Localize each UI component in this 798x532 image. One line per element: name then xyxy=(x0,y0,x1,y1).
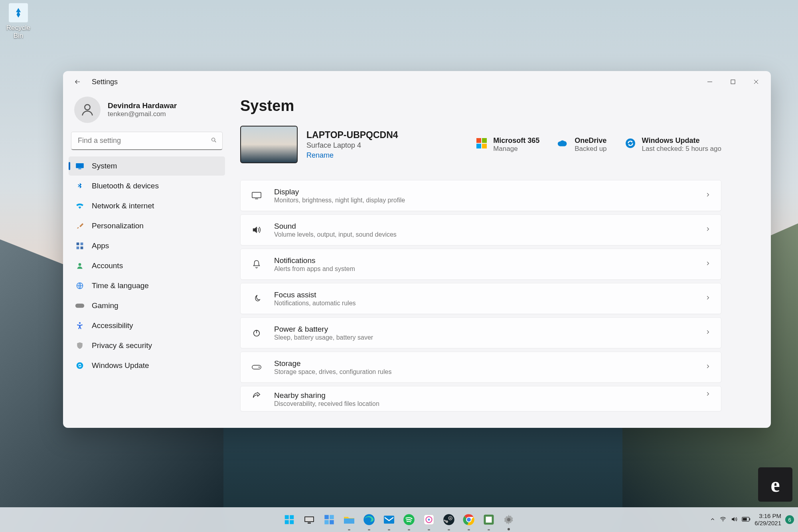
nav-item-label: Time & language xyxy=(92,281,149,290)
volume-icon[interactable] xyxy=(731,516,738,524)
svg-rect-22 xyxy=(290,520,294,524)
nav-item-label: Accounts xyxy=(92,261,123,270)
card-sub: Sleep, battery usage, battery saver xyxy=(274,334,373,341)
card-notifications[interactable]: NotificationsAlerts from apps and system xyxy=(240,249,721,280)
svg-rect-8 xyxy=(81,247,83,249)
card-nearby-sharing[interactable]: Nearby sharingDiscoverability, received … xyxy=(240,386,721,411)
shield-icon xyxy=(75,341,85,350)
nav-item-personalization[interactable]: Personalization xyxy=(69,216,225,235)
chevron-right-icon xyxy=(705,192,711,199)
nav-item-label: Apps xyxy=(92,241,109,250)
chevron-right-icon xyxy=(705,261,711,268)
taskbar: 3:16 PM 6/29/2021 6 xyxy=(0,507,798,532)
search-input[interactable] xyxy=(71,132,223,150)
taskbar-steam[interactable] xyxy=(440,511,457,528)
taskbar-widgets[interactable] xyxy=(321,511,338,528)
bluetooth-icon xyxy=(75,181,85,191)
taskbar-chrome[interactable] xyxy=(460,511,477,528)
taskbar-app1[interactable] xyxy=(421,511,437,528)
nav-list: SystemBluetooth & devicesNetwork & inter… xyxy=(69,156,225,375)
accessibility-icon xyxy=(75,321,85,330)
svg-rect-47 xyxy=(743,518,747,520)
card-focus-assist[interactable]: Focus assistNotifications, automatic rul… xyxy=(240,283,721,314)
taskbar-explorer[interactable] xyxy=(341,511,358,528)
nav-item-bluetooth-devices[interactable]: Bluetooth & devices xyxy=(69,176,225,196)
nav-item-privacy-security[interactable]: Privacy & security xyxy=(69,336,225,355)
svg-rect-3 xyxy=(76,163,84,168)
profile-block[interactable]: Devindra Hardawar tenken@gmail.com xyxy=(69,93,225,132)
notification-badge[interactable]: 6 xyxy=(785,515,794,524)
taskbar-start[interactable] xyxy=(281,511,298,528)
back-button[interactable] xyxy=(70,75,85,89)
taskbar-edge[interactable] xyxy=(361,511,377,528)
chevron-right-icon xyxy=(705,295,711,302)
power-icon xyxy=(251,328,262,337)
svg-point-45 xyxy=(723,520,723,521)
nav-item-label: Bluetooth & devices xyxy=(92,182,159,190)
card-power-battery[interactable]: Power & batterySleep, battery usage, bat… xyxy=(240,317,721,348)
card-title: Power & battery xyxy=(274,325,373,334)
nav-item-system[interactable]: System xyxy=(69,156,225,176)
tray-chevron-icon[interactable] xyxy=(710,516,715,523)
card-sub: Discoverability, received files location xyxy=(274,400,379,407)
svg-rect-19 xyxy=(285,515,289,519)
status-ms365[interactable]: Microsoft 365Manage xyxy=(476,136,539,153)
svg-rect-5 xyxy=(77,243,79,245)
nav-item-windows-update[interactable]: Windows Update xyxy=(69,356,225,375)
sidebar: Devindra Hardawar tenken@gmail.com Syste… xyxy=(63,93,231,428)
titlebar: Settings xyxy=(63,71,771,93)
nav-item-label: Gaming xyxy=(92,301,119,310)
status-update[interactable]: Windows UpdateLast checked: 5 hours ago xyxy=(624,136,721,153)
recycle-bin[interactable]: Recycle Bin xyxy=(3,3,34,40)
nav-item-network-internet[interactable]: Network & internet xyxy=(69,196,225,216)
minimize-button[interactable] xyxy=(698,74,721,90)
clock[interactable]: 3:16 PM 6/29/2021 xyxy=(755,512,781,527)
nav-item-label: Network & internet xyxy=(92,202,154,210)
nav-item-apps[interactable]: Apps xyxy=(69,236,225,255)
taskbar-settings[interactable] xyxy=(500,511,517,528)
update-icon xyxy=(624,137,636,149)
status-title: Windows Update xyxy=(642,136,721,145)
status-onedrive[interactable]: OneDriveBacked up xyxy=(557,136,606,153)
taskbar-taskview[interactable] xyxy=(301,511,318,528)
svg-rect-4 xyxy=(78,168,81,169)
display-icon xyxy=(251,191,262,200)
svg-point-41 xyxy=(467,518,471,522)
chevron-right-icon xyxy=(705,364,711,371)
nav-item-accounts[interactable]: Accounts xyxy=(69,256,225,275)
profile-name: Devindra Hardawar xyxy=(108,101,177,110)
ms365-icon xyxy=(476,137,488,149)
card-sub: Alerts from apps and system xyxy=(274,265,355,273)
storage-icon xyxy=(251,364,262,370)
moon-icon xyxy=(251,294,262,303)
update-icon xyxy=(75,361,85,370)
card-display[interactable]: DisplayMonitors, brightness, night light… xyxy=(240,180,721,211)
system-icon xyxy=(75,161,85,171)
close-button[interactable] xyxy=(745,74,768,90)
svg-rect-21 xyxy=(285,520,289,524)
svg-rect-27 xyxy=(330,515,334,519)
card-storage[interactable]: StorageStorage space, drives, configurat… xyxy=(240,352,721,383)
maximize-button[interactable] xyxy=(721,74,745,90)
battery-icon[interactable] xyxy=(742,516,751,523)
taskbar-mail[interactable] xyxy=(381,511,397,528)
nav-item-gaming[interactable]: Gaming xyxy=(69,296,225,315)
nav-item-label: Accessibility xyxy=(92,321,133,330)
system-tray[interactable]: 3:16 PM 6/29/2021 6 xyxy=(710,512,794,527)
taskbar-app2[interactable] xyxy=(480,511,497,528)
main-content: System LAPTOP-UBPQCDN4 Surface Laptop 4 … xyxy=(231,93,771,428)
svg-rect-29 xyxy=(330,520,334,524)
svg-rect-24 xyxy=(305,517,313,521)
taskbar-spotify[interactable] xyxy=(401,511,417,528)
svg-rect-43 xyxy=(486,517,492,523)
nav-item-time-language[interactable]: Time & language xyxy=(69,276,225,295)
wifi-icon[interactable] xyxy=(719,516,727,524)
bell-icon xyxy=(251,259,262,269)
card-sub: Notifications, automatic rules xyxy=(274,300,356,307)
profile-email: tenken@gmail.com xyxy=(108,110,177,118)
nav-item-accessibility[interactable]: Accessibility xyxy=(69,316,225,335)
card-sound[interactable]: SoundVolume levels, output, input, sound… xyxy=(240,214,721,245)
device-model: Surface Laptop 4 xyxy=(306,141,398,150)
svg-point-13 xyxy=(77,362,83,369)
rename-link[interactable]: Rename xyxy=(306,151,398,160)
